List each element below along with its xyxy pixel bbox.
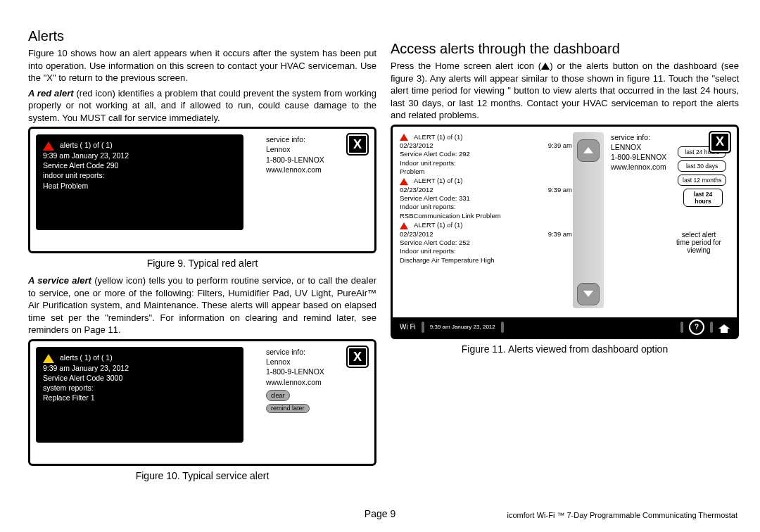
period-selected[interactable]: last 24 hours bbox=[683, 189, 723, 207]
intro-paragraph: Press the Home screen alert icon () or t… bbox=[391, 60, 739, 122]
service-info: service info: Lennox 1-800-9-LENNOX www.… bbox=[266, 134, 324, 175]
service-alert-paragraph: A service alert (yellow icon) tells you … bbox=[28, 274, 376, 336]
clear-button[interactable]: clear bbox=[266, 390, 290, 401]
close-button[interactable]: X bbox=[346, 133, 369, 156]
alert-icon bbox=[541, 63, 550, 70]
alert-unit: indoor unit reports: bbox=[43, 170, 236, 180]
service-info-label: service info: bbox=[611, 132, 666, 142]
alert-msg: Problem bbox=[400, 167, 572, 176]
alert-header: ALERT (1) of (1) bbox=[414, 221, 462, 229]
alert-counter: alerts ( 1) of ( 1) bbox=[60, 141, 113, 149]
figure-10-frame: alerts ( 1) of ( 1) 9:39 am January 23, … bbox=[28, 339, 376, 466]
alert-msg: Discharge Air Temperature High bbox=[400, 256, 572, 265]
list-item[interactable]: ALERT (1) of (1) 02/23/20129:39 am Servi… bbox=[400, 221, 572, 265]
service-line-1: Lennox bbox=[266, 144, 324, 154]
scroll-down-button[interactable] bbox=[577, 283, 600, 305]
time-period-picker: last 24 hours last 30 days last 12 month… bbox=[678, 144, 726, 210]
separator bbox=[422, 322, 424, 333]
alert-counter: alerts ( 1) of ( 1) bbox=[60, 353, 113, 362]
alert-panel-red: alerts ( 1) of ( 1) 9:39 am January 23, … bbox=[36, 134, 243, 230]
warning-icon bbox=[43, 141, 54, 151]
warning-icon bbox=[400, 134, 408, 141]
separator bbox=[710, 322, 713, 333]
chevron-down-icon bbox=[583, 291, 593, 297]
alert-code: Service Alert Code 290 bbox=[43, 160, 236, 170]
separator bbox=[680, 322, 683, 333]
section-heading: Access alerts through the dashboard bbox=[391, 41, 739, 57]
help-icon[interactable]: ? bbox=[689, 319, 704, 335]
service-line-3: www.lennox.com bbox=[611, 162, 666, 172]
alert-code: Service Alert Code: 331 bbox=[400, 194, 572, 203]
period-12m[interactable]: last 12 months bbox=[678, 175, 726, 186]
intro-a: Press the Home screen alert icon ( bbox=[391, 61, 541, 71]
list-item[interactable]: ALERT (1) of (1) 02/23/20129:39 am Servi… bbox=[400, 177, 572, 220]
status-bar: Wi Fi 9:39 am January 23, 2012 ? bbox=[393, 317, 737, 337]
wifi-label: Wi Fi bbox=[400, 323, 416, 331]
service-info: service info: Lennox 1-800-9-LENNOX www.… bbox=[266, 347, 324, 413]
alert-panel-yellow: alerts ( 1) of ( 1) 9:39 am January 23, … bbox=[36, 347, 243, 443]
warning-icon bbox=[400, 222, 408, 229]
separator bbox=[501, 322, 504, 333]
service-info-label: service info: bbox=[266, 347, 324, 357]
scroll-up-button[interactable] bbox=[577, 139, 600, 162]
remind-later-button[interactable]: remind later bbox=[266, 404, 310, 413]
period-30d[interactable]: last 30 days bbox=[678, 160, 726, 172]
service-alert-lead: A service alert bbox=[28, 275, 91, 286]
right-column: Access alerts through the dashboard Pres… bbox=[391, 28, 739, 487]
service-line-3: www.lennox.com bbox=[266, 377, 324, 387]
alert-unit: Indoor unit reports: bbox=[400, 203, 572, 211]
warning-icon bbox=[400, 178, 408, 185]
close-button[interactable]: X bbox=[346, 346, 369, 368]
service-line-2: 1-800-9LENNOX bbox=[611, 152, 666, 162]
warning-icon bbox=[43, 354, 54, 363]
alert-header: ALERT (1) of (1) bbox=[414, 177, 462, 184]
service-line-2: 1-800-9-LENNOX bbox=[266, 155, 324, 165]
service-line-1: Lennox bbox=[266, 357, 324, 367]
alert-header: ALERT (1) of (1) bbox=[414, 133, 462, 141]
figure-9-caption: Figure 9. Typical red alert bbox=[28, 258, 376, 269]
alert-msg: Heat Problem bbox=[43, 181, 236, 191]
select-text-2: time period for bbox=[671, 239, 727, 246]
select-text-3: viewing bbox=[671, 246, 727, 254]
alert-time: 9:39 am January 23, 2012 bbox=[43, 363, 236, 373]
section-heading: Alerts bbox=[28, 28, 376, 44]
intro-paragraph: Figure 10 shows how an alert appears whe… bbox=[28, 47, 376, 84]
select-text-1: select alert bbox=[671, 231, 727, 239]
alert-time: 9:39 am bbox=[548, 186, 572, 194]
close-button[interactable]: X bbox=[709, 131, 731, 153]
service-info: service info: LENNOX 1-800-9LENNOX www.l… bbox=[611, 132, 666, 172]
service-line-1: LENNOX bbox=[611, 142, 666, 152]
figure-11-frame: ALERT (1) of (1) 02/23/20129:39 am Servi… bbox=[391, 125, 739, 339]
home-icon[interactable] bbox=[718, 322, 730, 333]
alert-msg: Replace Filter 1 bbox=[43, 393, 236, 403]
red-alert-paragraph: A red alert (red icon) identifies a prob… bbox=[28, 87, 376, 125]
figure-11-caption: Figure 11. Alerts viewed from dashboard … bbox=[391, 343, 739, 355]
alert-list: ALERT (1) of (1) 02/23/20129:39 am Servi… bbox=[400, 132, 572, 308]
alert-time: 9:39 am bbox=[548, 230, 572, 239]
alert-msg: RSBCommunication Link Problem bbox=[400, 212, 572, 220]
alert-date: 02/23/2012 bbox=[400, 186, 433, 194]
alert-date: 02/23/2012 bbox=[400, 141, 433, 149]
figure-10-caption: Figure 10. Typical service alert bbox=[28, 470, 376, 481]
datetime: 9:39 am January 23, 2012 bbox=[430, 324, 495, 330]
alert-unit: system reports: bbox=[43, 383, 236, 393]
product-footer: icomfort Wi-Fi ™ 7-Day Programmable Comm… bbox=[507, 511, 737, 519]
left-column: Alerts Figure 10 shows how an alert appe… bbox=[28, 28, 376, 487]
service-line-3: www.lennox.com bbox=[266, 165, 324, 175]
alert-code: Service Alert Code 3000 bbox=[43, 373, 236, 383]
alert-unit: Indoor unit reports: bbox=[400, 159, 572, 167]
chevron-up-icon bbox=[583, 147, 593, 153]
figure-9-frame: alerts ( 1) of ( 1) 9:39 am January 23, … bbox=[28, 127, 376, 253]
alert-time: 9:39 am January 23, 2012 bbox=[43, 151, 236, 160]
service-line-2: 1-800-9-LENNOX bbox=[266, 367, 324, 376]
red-alert-lead: A red alert bbox=[28, 88, 74, 99]
list-item[interactable]: ALERT (1) of (1) 02/23/20129:39 am Servi… bbox=[400, 133, 572, 177]
alert-code: Service Alert Code: 252 bbox=[400, 239, 572, 247]
alert-code: Service Alert Code: 292 bbox=[400, 150, 572, 158]
alert-time: 9:39 am bbox=[548, 141, 572, 150]
alert-date: 02/23/2012 bbox=[400, 230, 433, 238]
alert-unit: Indoor unit reports: bbox=[400, 247, 572, 255]
red-alert-rest: (red icon) identifies a problem that cou… bbox=[28, 88, 376, 123]
service-info-label: service info: bbox=[266, 134, 324, 144]
select-period-text: select alert time period for viewing bbox=[671, 231, 727, 254]
